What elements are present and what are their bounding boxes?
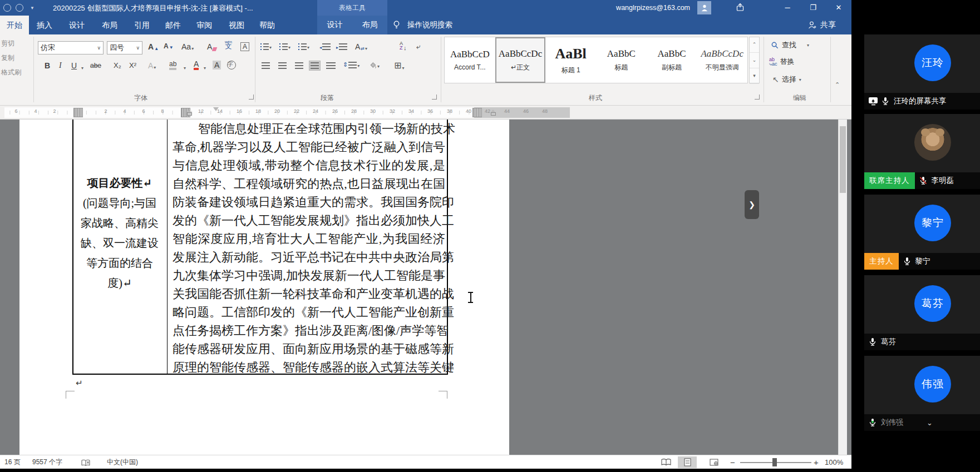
superscript-button[interactable]: X²	[129, 61, 136, 69]
tab-insert[interactable]: 插入	[37, 16, 52, 34]
strikethrough-button[interactable]: abe	[90, 62, 101, 69]
style-item[interactable]: AaBl标题 1	[545, 37, 596, 83]
cut-button[interactable]: 剪切	[1, 39, 14, 48]
style-item[interactable]: AaBbCcDc↵正文	[495, 37, 546, 83]
tab-home[interactable]: 开始	[0, 16, 29, 34]
align-center-button[interactable]	[278, 62, 287, 69]
proofing-icon[interactable]	[81, 458, 90, 472]
right-indent-marker[interactable]	[491, 112, 496, 116]
line-spacing-button[interactable]: ⇕▾	[343, 61, 360, 68]
replace-button[interactable]: ab⤷ac 替换	[769, 57, 795, 67]
print-layout-button[interactable]	[678, 456, 697, 468]
font-dialog-launcher-icon[interactable]	[249, 95, 254, 100]
character-border-button[interactable]: A	[240, 42, 249, 51]
copy-button[interactable]: 复制	[1, 53, 14, 63]
minimize-button[interactable]: ─	[775, 0, 800, 16]
tab-layout[interactable]: 布局	[102, 16, 117, 34]
panel-expand-handle[interactable]: ❯	[745, 190, 759, 219]
tab-mailings[interactable]: 邮件	[165, 16, 181, 34]
multilevel-list-button[interactable]: ▾	[298, 43, 309, 50]
select-button[interactable]: ↖ 选择▾	[772, 74, 801, 85]
grow-font-button[interactable]: A▲	[148, 42, 159, 51]
shading-bucket-button[interactable]: ▾	[368, 61, 380, 69]
asian-layout-button[interactable]: A⇄▾	[355, 42, 367, 51]
quick-access-caret-icon[interactable]: ▼	[30, 6, 35, 11]
justify-button[interactable]	[309, 61, 320, 70]
table-cell-label[interactable]: 项目必要性↵(问题导向;与国家战略、高精尖缺、双一流建设等方面的结合度)↵	[75, 173, 164, 293]
table-cell-content[interactable]: 智能信息处理正在全球范围内引领一场新的技术革命,机器学习以及人工智能已经被广泛融…	[173, 120, 445, 376]
borders-button[interactable]: ⊞▾	[394, 60, 404, 71]
bullets-button[interactable]: ▾	[260, 43, 272, 50]
tab-table-design[interactable]: 设计	[327, 20, 343, 30]
zoom-level[interactable]: 100%	[825, 455, 843, 469]
upload-icon[interactable]	[736, 3, 745, 14]
table-column-marker-icon[interactable]	[472, 108, 482, 117]
underline-button[interactable]: U	[71, 61, 77, 70]
hanging-indent-marker[interactable]	[187, 112, 192, 116]
sort-button[interactable]: AZ↓	[400, 41, 407, 50]
quick-access-save-icon[interactable]	[3, 4, 11, 12]
italic-button[interactable]: I	[59, 61, 62, 70]
format-painter-button[interactable]: 格式刷	[1, 68, 21, 77]
styles-dialog-launcher-icon[interactable]	[755, 95, 760, 100]
collapse-ribbon-icon[interactable]: ⌃	[835, 81, 840, 88]
text-effects-button[interactable]: A▾	[148, 61, 156, 70]
increase-indent-button[interactable]: ▸	[336, 43, 347, 50]
subscript-button[interactable]: X₂	[114, 61, 121, 69]
clear-formatting-button[interactable]: A	[207, 42, 216, 51]
decrease-indent-button[interactable]: ◂	[319, 43, 331, 50]
zoom-slider-handle[interactable]	[772, 458, 777, 466]
style-item[interactable]: AaBbC标题	[596, 37, 647, 83]
participant-tile[interactable]: 汪玲 汪玲的屏幕共享	[864, 34, 980, 110]
close-button[interactable]: ✕	[826, 0, 851, 16]
tab-view[interactable]: 视图	[229, 16, 244, 34]
font-color-button[interactable]: A	[194, 61, 199, 70]
document-page[interactable]: 项目必要性↵(问题导向;与国家战略、高精尖缺、双一流建设等方面的结合度)↵ 智能…	[19, 120, 509, 455]
shrink-font-button[interactable]: A▼	[164, 42, 174, 50]
participant-tile[interactable]: 黎宁 主持人 黎宁	[864, 195, 980, 270]
read-mode-button[interactable]	[657, 456, 676, 468]
font-family-combo[interactable]: 仿宋∨	[38, 41, 104, 54]
character-shading-button[interactable]: A	[213, 61, 221, 69]
tab-review[interactable]: 审阅	[196, 16, 212, 34]
align-left-button[interactable]	[262, 62, 270, 69]
numbering-button[interactable]: ▾	[279, 43, 290, 50]
style-item[interactable]: AaBbCcDAccord T...	[445, 37, 495, 83]
gallery-scroll-down-icon[interactable]: ⌄	[750, 53, 759, 68]
quick-access-undo-icon[interactable]	[16, 4, 23, 12]
zoom-in-button[interactable]: +	[814, 455, 819, 469]
language-indicator[interactable]: 中文(中国)	[107, 455, 138, 469]
underline-caret-icon[interactable]: ▾	[81, 66, 83, 71]
font-size-combo[interactable]: 四号∨	[107, 41, 142, 54]
participant-tile[interactable]: 葛芬 葛芬	[864, 275, 980, 350]
share-button[interactable]: 共享	[808, 16, 836, 34]
style-item[interactable]: AaBbC副标题	[647, 37, 697, 83]
tab-table-layout[interactable]: 布局	[362, 20, 378, 30]
phonetic-guide-button[interactable]: wén文	[225, 40, 232, 48]
word-count[interactable]: 9557 个字	[32, 455, 62, 469]
change-case-button[interactable]: Aa▾	[181, 42, 194, 51]
tab-help[interactable]: 帮助	[259, 16, 275, 34]
gallery-more-icon[interactable]: ▾	[750, 68, 759, 84]
enclose-characters-button[interactable]: 字	[227, 61, 236, 69]
zoom-out-button[interactable]: −	[730, 455, 735, 469]
paragraph-dialog-launcher-icon[interactable]	[432, 95, 437, 100]
highlight-button[interactable]: ab	[169, 61, 176, 70]
restore-button[interactable]: ❐	[800, 0, 826, 16]
first-line-indent-marker[interactable]	[213, 107, 219, 111]
align-right-button[interactable]	[295, 62, 303, 69]
bold-button[interactable]: B	[45, 61, 50, 70]
style-item[interactable]: AaBbCcDc不明显强调	[697, 37, 747, 83]
horizontal-ruler[interactable]: 6422468121416182022242628303234363840424…	[0, 106, 851, 120]
table-column-marker-icon[interactable]	[73, 108, 83, 117]
participant-tile[interactable]: 联席主持人 李明磊	[864, 114, 980, 189]
vertical-scrollbar[interactable]	[838, 120, 847, 455]
chevron-down-icon[interactable]: ⌄	[927, 419, 933, 427]
page-count[interactable]: 16 页	[4, 455, 21, 469]
font-color-caret-icon[interactable]: ▾	[204, 66, 206, 71]
scrollbar-thumb[interactable]	[840, 126, 846, 193]
web-layout-button[interactable]	[705, 456, 723, 468]
tab-design[interactable]: 设计	[69, 16, 85, 34]
show-marks-button[interactable]: ⤶	[416, 42, 420, 51]
participant-tile[interactable]: 伟强 刘伟强 ⌄	[864, 356, 980, 431]
